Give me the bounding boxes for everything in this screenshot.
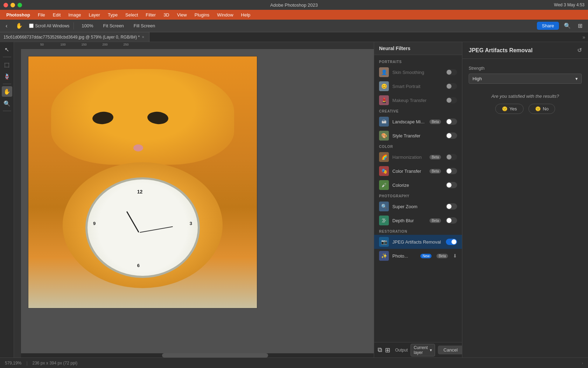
ruler-mark-150: 150 [81,43,86,46]
toggle-colorize[interactable] [446,182,457,188]
toggle-jpeg[interactable] [446,239,457,245]
filter-color-transfer[interactable]: 🎭 Color Transfer Beta [374,164,462,178]
maximize-button[interactable] [18,3,22,7]
toggle-style[interactable] [446,132,457,139]
badge-landscape: Beta [429,120,441,124]
detail-panel-title: JPEG Artifacts Removal [469,47,533,54]
clock-num-6: 6 [137,263,140,268]
tool-pointer[interactable]: ↖ [2,44,12,55]
badge-depth-blur: Beta [429,218,441,223]
yes-button[interactable]: 🙂 Yes [495,104,524,114]
reset-icon[interactable]: ↺ [577,47,582,54]
no-button[interactable]: 🙁 No [528,104,555,114]
hand-tool[interactable]: ✋ [12,21,26,30]
menu-help[interactable]: Help [238,11,254,19]
ruler-horizontal: 50 100 150 200 250 [21,42,374,49]
filter-name-depth-blur: Depth Blur [392,218,426,223]
arrange-button[interactable]: ⊞ [576,22,584,30]
ruler-mark-200: 200 [102,43,107,46]
menu-file[interactable]: File [34,11,49,19]
menu-filter[interactable]: Filter [142,11,159,19]
detail-panel-body: Strength High ▾ Are you satisfied with t… [462,59,588,357]
yes-label: Yes [510,106,517,111]
output-select[interactable]: Current layer ▾ [411,344,435,356]
strength-select[interactable]: High ▾ [469,74,582,84]
menu-image[interactable]: Image [65,11,84,19]
ruler-mark-50: 50 [40,43,44,46]
no-label: No [543,106,549,111]
fit-screen-button[interactable]: Fit Screen [100,22,127,29]
toggle-smart[interactable] [446,83,457,89]
filter-thumb-skin: 👤 [379,67,389,77]
share-button[interactable]: Share [537,22,559,30]
menu-3d[interactable]: 3D [160,11,173,19]
filter-makeup-transfer[interactable]: 💄 Makeup Transfer [374,93,462,107]
scrollbar-thumb-h[interactable] [162,353,268,357]
badge-beta-photo: Beta [436,254,448,258]
ruler-corner [14,42,21,49]
neural-panel-content[interactable]: PORTRAITS 👤 Skin Smoothing 😊 Smart Portr… [374,55,462,342]
horizontal-scrollbar[interactable] [21,353,374,357]
toggle-super-zoom[interactable] [446,203,457,210]
filter-colorize[interactable]: 🖌 Colorize [374,178,462,192]
menu-app[interactable]: Photoshop [3,11,34,19]
tool-separator-3 [3,111,11,111]
active-tab[interactable]: 15c61d0668737ddac77535268cbd3649.jpg @ 5… [0,32,149,42]
menu-edit[interactable]: Edit [49,11,64,19]
layers-icon-btn[interactable]: ⧉ [378,345,382,355]
filter-harmonization[interactable]: 🌈 Harmonization Beta [374,150,462,164]
close-button[interactable] [4,3,8,7]
canvas-viewport[interactable]: 12 3 6 9 [21,49,374,357]
window-title: Adobe Photoshop 2023 [270,2,318,8]
filter-depth-blur[interactable]: 🌫 Depth Blur Beta [374,213,462,227]
fill-screen-button[interactable]: Fill Screen [130,22,159,29]
filter-smart-portrait[interactable]: 😊 Smart Portrait [374,79,462,93]
scroll-all-checkbox-label: Scroll All Windows [29,23,69,28]
output-value: Current layer [414,345,428,355]
filter-thumb-color-transfer: 🎭 [379,166,389,176]
toggle-makeup[interactable] [446,97,457,103]
toggle-depth-blur[interactable] [446,217,457,224]
stack-icon-btn[interactable]: ⊞ [385,345,390,355]
menu-layer[interactable]: Layer [85,11,104,19]
menu-window[interactable]: Window [214,11,237,19]
status-bar-right: › [582,361,583,365]
download-icon[interactable]: ⬇ [453,253,457,259]
menu-plugins[interactable]: Plugins [191,11,213,19]
zoom-level-button[interactable]: 100% [78,22,97,29]
back-button[interactable]: ‹ [4,22,9,30]
tool-separator-2 [3,84,11,84]
scroll-all-checkbox[interactable] [29,23,34,28]
tool-marquee[interactable]: ⬚ [2,59,12,70]
toolbar: ‹ ✋ Scroll All Windows 100% Fit Screen F… [0,20,588,32]
search-icon-button[interactable]: 🔍 [562,22,573,30]
scroll-indicator: › [582,361,583,365]
cancel-button[interactable]: Cancel [438,346,463,354]
tab-close-icon[interactable]: × [142,35,144,40]
filter-landscape[interactable]: 🏔 Landscape Mi... Beta [374,115,462,129]
filter-jpeg-artifacts[interactable]: 📷 JPEG Artifacts Removal [374,235,462,249]
panel-collapse-button[interactable]: » [580,34,588,40]
toggle-color-transfer[interactable] [446,168,457,174]
menu-view[interactable]: View [174,11,190,19]
tool-lasso[interactable]: 🪢 [2,71,12,82]
menu-select[interactable]: Select [122,11,141,19]
toggle-landscape[interactable] [446,118,457,125]
minimize-button[interactable] [10,3,15,7]
filter-photo-enhance[interactable]: ✨ Photo... New Beta ⬇ [374,249,462,263]
detail-panel-header: JPEG Artifacts Removal ↺ [462,42,588,59]
tool-hand[interactable]: ✋ [2,86,12,97]
menu-type[interactable]: Type [104,11,121,19]
filter-skin-smoothing[interactable]: 👤 Skin Smoothing [374,65,462,79]
output-label: Output [395,348,408,353]
left-toolbox: ↖ ⬚ 🪢 ✋ 🔍 [0,42,14,357]
toggle-skin[interactable] [446,69,457,75]
tool-zoom[interactable]: 🔍 [2,98,12,109]
status-bar: 579,19% | 236 px x 394 px (72 ppi) › [0,357,588,368]
filter-super-zoom[interactable]: 🔍 Super Zoom [374,199,462,213]
badge-harmonization: Beta [429,155,441,159]
toggle-harmonization[interactable] [446,154,457,160]
canvas-image: 12 3 6 9 [28,56,257,308]
filter-thumb-style: 🎨 [379,131,389,141]
filter-style-transfer[interactable]: 🎨 Style Transfer [374,129,462,143]
